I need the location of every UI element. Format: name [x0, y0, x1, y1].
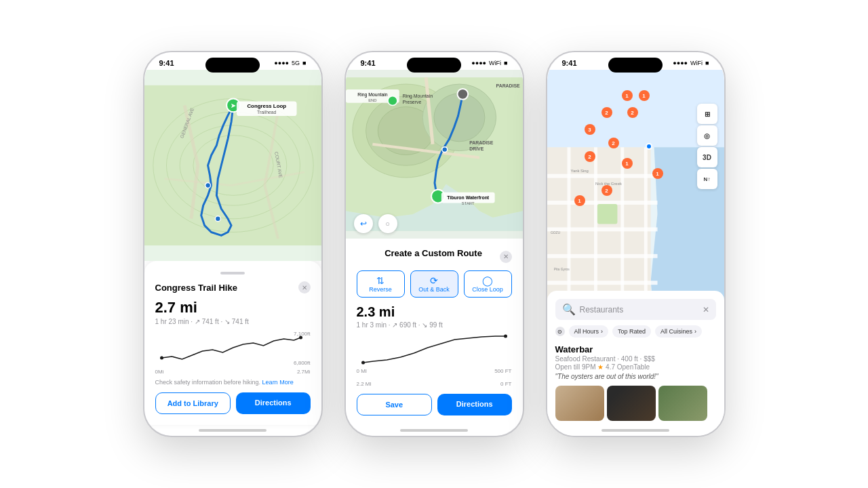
- svg-text:START: START: [461, 201, 474, 205]
- user-location: [646, 143, 652, 150]
- home-bar-2: [346, 425, 523, 436]
- badge-7: 2: [585, 151, 595, 162]
- svg-point-39: [361, 361, 365, 365]
- compass-button[interactable]: N↑: [697, 169, 717, 189]
- elev-labels-right-1: 7,100ft 6,800ft: [294, 331, 310, 366]
- close-loop-icon: ◯: [467, 275, 509, 286]
- out-back-label: Out & Back: [414, 286, 455, 293]
- back-button-2[interactable]: ↩: [354, 214, 373, 233]
- svg-text:Preserve: Preserve: [402, 100, 421, 104]
- cuisine-label: All Cuisines: [660, 328, 692, 335]
- home-bar-1: [144, 425, 321, 436]
- close-button-1[interactable]: ✕: [298, 281, 311, 293]
- svg-text:➤: ➤: [230, 102, 235, 109]
- badge-11: 1: [574, 195, 585, 206]
- search-icon-3: 🔍: [562, 303, 576, 316]
- cr-elev-labels: 0 MI 500 FT: [357, 368, 512, 374]
- phone-2: 9:41 ●●●● WiFi ■: [344, 51, 524, 437]
- action-buttons-1: Add to Library Directions: [155, 392, 311, 414]
- badge-6: 2: [608, 138, 619, 148]
- battery-icon-2: ■: [504, 60, 507, 66]
- cr-distance: 2.3 mi: [357, 304, 512, 320]
- restaurant-quote: "The oysters are out of this world!": [555, 373, 716, 380]
- dynamic-island-3: [608, 58, 663, 73]
- svg-point-28: [457, 89, 468, 100]
- dist-start-1: 0Mi: [155, 369, 164, 375]
- svg-point-40: [504, 335, 507, 338]
- svg-rect-43: [547, 174, 658, 178]
- svg-text:Tiburon Waterfront: Tiburon Waterfront: [447, 195, 490, 200]
- time-2: 9:41: [361, 59, 376, 67]
- cr-title: Create a Custom Route: [384, 248, 482, 258]
- badge-3: 2: [601, 107, 612, 118]
- directions-button-2[interactable]: Directions: [437, 394, 512, 415]
- cr-dist-start: 0 MI: [357, 368, 368, 374]
- rating-label: Top Rated: [618, 328, 646, 335]
- svg-point-14: [160, 357, 163, 360]
- add-to-library-button[interactable]: Add to Library: [155, 392, 231, 414]
- hours-label: All Hours: [574, 328, 599, 335]
- svg-point-21: [434, 94, 485, 142]
- elev-low-1: 6,800ft: [294, 360, 310, 366]
- out-back-option[interactable]: ⟳ Out & Back: [410, 270, 458, 298]
- close-loop-option[interactable]: ◯ Close Loop: [464, 270, 512, 298]
- cr-details: 1 hr 3 min · ↗ 690 ft · ↘ 99 ft: [357, 321, 512, 329]
- svg-text:PARADISE: PARADISE: [469, 140, 493, 145]
- restaurant-photos: [555, 386, 716, 421]
- time-3: 9:41: [562, 59, 577, 67]
- save-button[interactable]: Save: [357, 394, 433, 415]
- badge-1: 1: [622, 90, 633, 101]
- svg-point-38: [441, 147, 447, 152]
- restaurant-photo-2: [607, 386, 656, 421]
- rating-filter[interactable]: Top Rated: [612, 325, 651, 338]
- reverse-icon: ⇅: [360, 275, 401, 286]
- filter-row: ⊙ All Hours › Top Rated All Cuisines ›: [555, 325, 716, 338]
- badge-8: 1: [622, 158, 633, 169]
- map-view-button[interactable]: ⊞: [697, 104, 717, 124]
- svg-point-11: [215, 216, 220, 222]
- bottom-sheet-1: Congress Trail Hike ✕ 2.7 mi 1 hr 23 min…: [144, 261, 321, 425]
- filter-icon[interactable]: ⊙: [555, 327, 565, 336]
- hours-filter[interactable]: All Hours ›: [569, 325, 609, 338]
- badge-5: 3: [585, 124, 595, 135]
- svg-text:Trailhead: Trailhead: [257, 110, 277, 115]
- svg-text:Yank Sing: Yank Sing: [570, 169, 588, 173]
- time-1: 9:41: [159, 59, 174, 67]
- dynamic-island-1: [205, 58, 260, 73]
- custom-route-sheet: Create a Custom Route ✕ ⇅ Reverse ⟳ Out …: [346, 239, 523, 425]
- cr-elev-low: 0 FT: [500, 381, 511, 387]
- elev-bottom-labels-1: 0Mi 2.7Mi: [155, 369, 311, 375]
- svg-rect-45: [547, 227, 658, 231]
- rating-text: 4.7 OpenTable: [606, 363, 650, 371]
- learn-more-link[interactable]: Learn More: [262, 379, 294, 386]
- dist-end-1: 2.7Mi: [297, 369, 311, 375]
- map-area-1: ➤ Congress Loop Trailhead GENERAL AVE CO…: [144, 70, 321, 261]
- svg-rect-46: [547, 254, 658, 258]
- reverse-option[interactable]: ⇅ Reverse: [357, 270, 405, 298]
- badge-2: 1: [639, 90, 650, 101]
- search-clear-3[interactable]: ✕: [703, 305, 709, 314]
- elevation-chart-1: 7,100ft 6,800ft: [155, 331, 311, 366]
- locate-button-2[interactable]: ○: [378, 214, 397, 233]
- safety-text-1: Check safety information before hiking. …: [155, 379, 311, 386]
- elev-chart-2: [357, 333, 512, 365]
- title-row-1: Congress Trail Hike ✕: [155, 281, 311, 293]
- search-bar-3[interactable]: 🔍 Restaurants ✕: [555, 299, 716, 320]
- 3d-button[interactable]: 3D: [697, 147, 717, 167]
- close-button-2[interactable]: ✕: [500, 251, 512, 263]
- search-text-3: Restaurants: [580, 305, 703, 314]
- svg-rect-47: [547, 281, 658, 285]
- locate-button-3[interactable]: ◎: [697, 125, 717, 146]
- cr-elev-high: 500 FT: [494, 368, 511, 374]
- wifi-icon-2: WiFi: [489, 60, 501, 66]
- action-buttons-2: Save Directions: [357, 394, 512, 415]
- dynamic-island-2: [407, 58, 461, 73]
- wifi-icon-3: WiFi: [690, 60, 703, 66]
- star-icon: ★: [597, 363, 604, 371]
- status-icons-3: ●●●● WiFi ■: [673, 60, 709, 66]
- status-bar-1: 9:41 ●●●● 5G ■: [144, 52, 321, 70]
- restaurant-photo-3: [658, 386, 707, 421]
- directions-button-1[interactable]: Directions: [236, 392, 311, 414]
- route-options: ⇅ Reverse ⟳ Out & Back ◯ Close Loop: [357, 270, 512, 298]
- cuisine-filter[interactable]: All Cuisines ›: [655, 325, 702, 338]
